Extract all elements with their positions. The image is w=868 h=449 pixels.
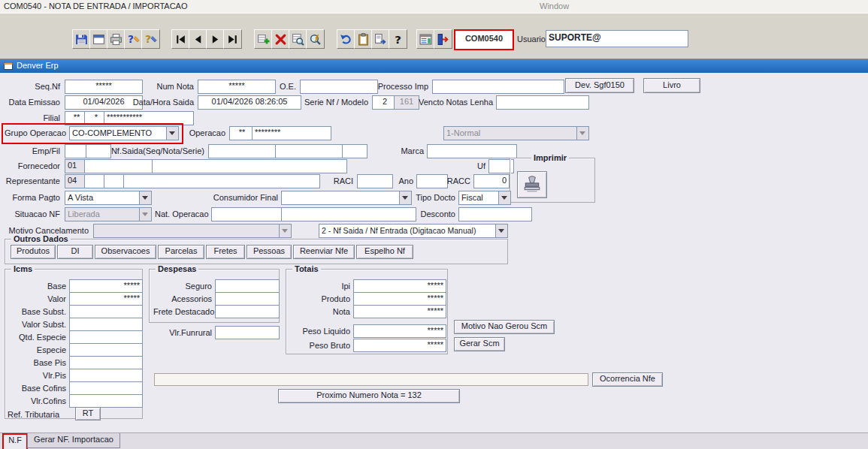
chevron-down-icon[interactable] bbox=[139, 191, 151, 204]
grupo-operacao-select[interactable]: CO-COMPLEMENTO bbox=[69, 126, 179, 140]
produtos-button[interactable]: Produtos bbox=[11, 245, 56, 259]
filial-input-3[interactable]: *********** bbox=[104, 111, 194, 125]
espelho-nf-button[interactable]: Espelho Nf bbox=[356, 245, 413, 259]
paste-button[interactable] bbox=[354, 29, 373, 49]
chevron-down-icon[interactable] bbox=[399, 191, 411, 204]
tipo-docto-select[interactable]: Fiscal bbox=[458, 191, 511, 205]
consumidor-final-select[interactable] bbox=[281, 191, 412, 205]
proximo-numero-nota-button[interactable]: Proximo Numero Nota = 132 bbox=[278, 389, 460, 403]
peso-liquido-input[interactable]: ***** bbox=[353, 324, 446, 338]
chevron-down-icon[interactable] bbox=[498, 191, 510, 204]
help-button[interactable]: ? bbox=[389, 29, 407, 49]
help-edit-blue-button[interactable]: ? bbox=[124, 29, 143, 49]
icms-especie-input[interactable] bbox=[69, 343, 143, 357]
fornecedor-input-2[interactable] bbox=[84, 159, 156, 173]
usuario-input[interactable]: SUPORTE@ bbox=[546, 30, 688, 47]
seq-nf-input[interactable]: ***** bbox=[65, 80, 143, 94]
undo-button[interactable] bbox=[337, 29, 355, 49]
nav-last-button[interactable] bbox=[223, 29, 242, 49]
oe-input[interactable] bbox=[300, 80, 378, 94]
tab-gerar-nf-importacao[interactable]: Gerar NF. Importacao bbox=[27, 433, 120, 448]
tab-nf[interactable]: N.F bbox=[2, 433, 28, 449]
nat-operacao-input-2[interactable] bbox=[281, 207, 416, 221]
motivo-nao-gerou-scm-button[interactable]: Motivo Nao Gerou Scm bbox=[454, 320, 555, 334]
nav-next-button[interactable] bbox=[206, 29, 225, 49]
emp-fil-label: Emp/Fil bbox=[24, 146, 60, 156]
icms-vlr-pis-input[interactable] bbox=[69, 369, 143, 382]
help-edit-yellow-button[interactable]: ? bbox=[141, 29, 160, 49]
delete-record-button[interactable] bbox=[271, 29, 290, 49]
racc-input[interactable]: 0 bbox=[473, 174, 510, 188]
acessorios-input[interactable] bbox=[215, 292, 280, 306]
imprimir-button[interactable] bbox=[517, 171, 547, 198]
nav-first-icon bbox=[174, 33, 187, 46]
produto-input[interactable]: ***** bbox=[353, 292, 446, 306]
operacao-input-2[interactable]: ******** bbox=[252, 126, 331, 140]
vencto-notas-lenha-input[interactable] bbox=[496, 95, 589, 110]
nf-entrada-tipo-select[interactable]: 2 - Nf Saida / Nf Entrada (Digitacao Man… bbox=[319, 224, 508, 238]
representante-input-4[interactable] bbox=[123, 174, 320, 188]
gerar-scm-button[interactable]: Gerar Scm bbox=[454, 337, 505, 351]
print-button[interactable] bbox=[107, 29, 126, 49]
processo-imp-input[interactable] bbox=[432, 80, 564, 94]
save-button[interactable] bbox=[72, 29, 91, 49]
peso-bruto-label: Peso Bruto bbox=[298, 340, 350, 351]
nav-prev-button[interactable] bbox=[189, 29, 207, 49]
forma-pagto-select[interactable]: A Vista bbox=[65, 191, 152, 205]
icms-valor-subst-input[interactable] bbox=[69, 318, 143, 331]
pessoas-button[interactable]: Pessoas bbox=[246, 245, 292, 259]
ano-input[interactable] bbox=[416, 174, 448, 188]
operacao-input-1[interactable]: ** bbox=[229, 126, 255, 140]
dev-sgf0150-button[interactable]: Dev. Sgf0150 bbox=[565, 78, 634, 93]
chevron-down-icon[interactable] bbox=[495, 225, 507, 237]
observacoes-button[interactable]: Observacoes bbox=[95, 245, 156, 259]
nota-input[interactable]: ***** bbox=[353, 305, 446, 318]
insert-record-button[interactable] bbox=[254, 29, 273, 49]
menu-window[interactable]: Window bbox=[540, 2, 569, 11]
fornecedor-input-3[interactable] bbox=[152, 159, 347, 173]
icms-qtd-especie-input[interactable] bbox=[69, 330, 143, 344]
chevron-down-icon bbox=[139, 208, 151, 221]
fretes-button[interactable]: Fretes bbox=[206, 245, 245, 259]
message-bar[interactable] bbox=[154, 373, 588, 386]
di-button[interactable]: DI bbox=[57, 245, 93, 259]
nf-saida-serie-input[interactable] bbox=[342, 144, 367, 158]
parcelas-button[interactable]: Parcelas bbox=[158, 245, 204, 259]
reenviar-nfe-button[interactable]: Reenviar Nfe bbox=[293, 245, 355, 259]
memo-button[interactable] bbox=[416, 29, 435, 49]
exit-button[interactable] bbox=[434, 29, 452, 49]
seguro-input[interactable] bbox=[215, 279, 280, 293]
enter-query-button[interactable] bbox=[289, 29, 307, 49]
marca-input[interactable] bbox=[427, 144, 517, 158]
peso-bruto-input[interactable]: ***** bbox=[353, 339, 446, 352]
icms-base-subst-input[interactable] bbox=[69, 305, 143, 318]
icms-base-input[interactable]: ***** bbox=[69, 279, 143, 293]
data-hora-saida-input[interactable]: 01/04/2026 08:26:05 bbox=[198, 95, 301, 110]
icms-vlr-cofins-input[interactable] bbox=[69, 394, 143, 408]
icms-valor-input[interactable]: ***** bbox=[69, 292, 143, 306]
icms-vlr-pis-label: Vlr.Pis bbox=[5, 370, 66, 381]
raci-input[interactable] bbox=[357, 174, 393, 188]
chevron-down-icon[interactable] bbox=[166, 127, 178, 140]
frete-destacado-input[interactable] bbox=[215, 305, 280, 318]
nf-saida-nota-input[interactable] bbox=[275, 144, 346, 158]
ipi-input[interactable]: ***** bbox=[353, 279, 446, 293]
grupo-operacao-label: Grupo Operacao bbox=[5, 128, 66, 138]
serie-nf-modelo-label: Serie Nf / Modelo bbox=[298, 97, 368, 107]
new-window-button[interactable] bbox=[89, 29, 108, 49]
icms-base-pis-input[interactable] bbox=[69, 356, 143, 369]
num-nota-input[interactable]: ***** bbox=[198, 80, 276, 94]
transfer-button[interactable] bbox=[371, 29, 390, 49]
motivo-cancelamento-select bbox=[93, 224, 292, 238]
livro-button[interactable]: Livro bbox=[643, 78, 700, 93]
vlr-funrural-input[interactable] bbox=[215, 326, 280, 339]
rt-button[interactable]: RT bbox=[75, 407, 101, 420]
nf-saida-seq-input[interactable] bbox=[208, 144, 279, 158]
desconto-input[interactable] bbox=[458, 207, 532, 221]
ocorrencia-nfe-button[interactable]: Ocorrencia Nfe bbox=[592, 372, 663, 387]
execute-query-button[interactable] bbox=[306, 29, 325, 49]
nav-first-button[interactable] bbox=[171, 29, 190, 49]
icms-base-cofins-input[interactable] bbox=[69, 381, 143, 395]
peso-liquido-label: Peso Liquido bbox=[298, 326, 350, 336]
nat-operacao-input-1[interactable] bbox=[211, 207, 283, 221]
